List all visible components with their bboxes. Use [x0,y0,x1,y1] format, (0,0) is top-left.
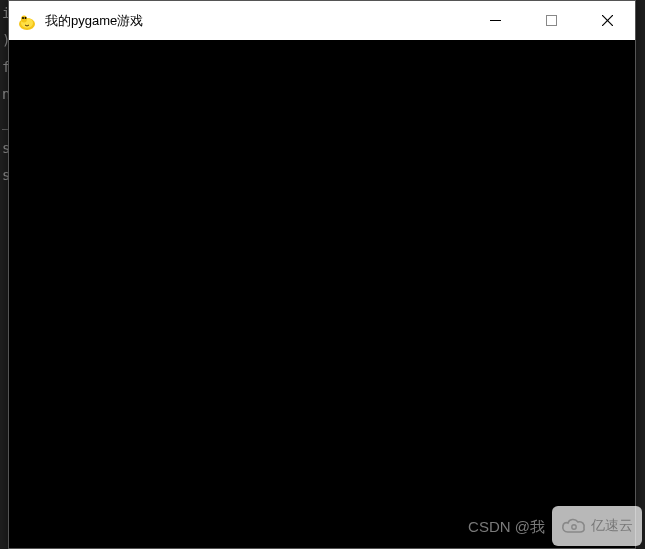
svg-point-9 [572,525,576,529]
minimize-icon [490,15,501,26]
yisu-watermark-text: 亿速云 [591,517,633,535]
minimize-button[interactable] [467,1,523,40]
pygame-snake-icon [17,11,37,31]
cloud-icon [561,516,587,536]
yisu-watermark: 亿速云 [552,506,642,546]
svg-point-2 [21,15,27,22]
close-button[interactable] [579,1,635,40]
close-icon [602,15,613,26]
svg-point-3 [22,17,24,19]
maximize-button[interactable] [523,1,579,40]
game-canvas[interactable] [9,40,635,548]
svg-rect-6 [546,16,556,26]
window-titlebar[interactable]: 我的pygame游戏 [9,1,635,40]
csdn-watermark: CSDN @我 [468,518,545,537]
svg-point-4 [25,17,27,19]
maximize-icon [546,15,557,26]
pygame-window: 我的pygame游戏 [8,0,636,549]
window-title: 我的pygame游戏 [45,12,143,30]
